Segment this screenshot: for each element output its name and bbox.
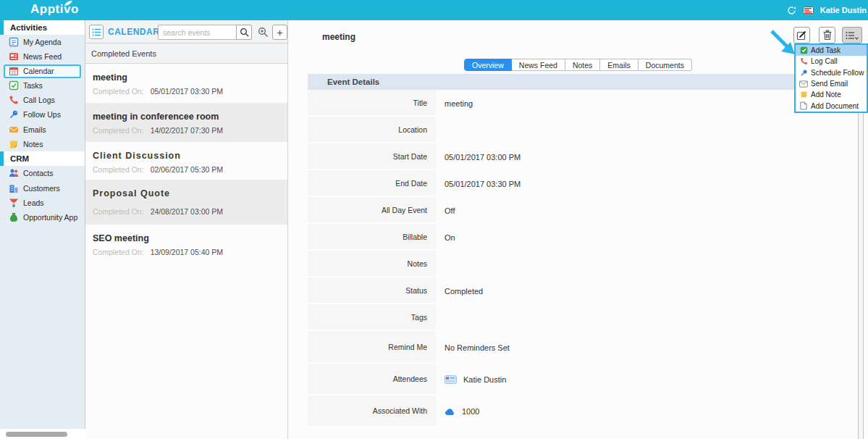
menu-item-add-task[interactable]: Add Task [796, 45, 867, 56]
customers-icon [9, 183, 19, 193]
sidebar-item-label: Tasks [23, 81, 43, 90]
more-actions-button[interactable] [842, 27, 862, 43]
scrollbar-thumb[interactable] [6, 432, 67, 437]
field-label: All Day Event [308, 197, 436, 224]
sidebar-item-emails[interactable]: Emails [0, 122, 85, 136]
horizontal-scrollbar[interactable] [0, 429, 85, 439]
panel-title: CALENDAR [108, 27, 159, 37]
menu-item-add-note[interactable]: Add Note [796, 89, 867, 100]
opportunity-icon [9, 212, 19, 222]
event-title: Proposal Quote [93, 188, 287, 198]
list-icon [92, 28, 101, 36]
completed-on-label: Completed On: [93, 87, 144, 96]
vertical-scrollbar[interactable] [858, 110, 864, 439]
sidebar-item-my-agenda[interactable]: My Agenda [0, 35, 85, 49]
menu-item-send-email[interactable]: Send Email [796, 78, 867, 89]
tab-news-feed[interactable]: News Feed [512, 59, 565, 71]
event-row[interactable]: meeting in conferencee room Completed On… [85, 103, 287, 142]
completed-on-value: 13/09/2017 05:40 PM [151, 248, 223, 256]
sidebar-item-label: Notes [23, 140, 43, 149]
search-input[interactable] [158, 25, 236, 40]
field-row-start-date: Start Date 05/01/2017 03:00 PM [308, 143, 867, 170]
event-row[interactable]: Client Discussion Completed On:02/06/201… [85, 142, 287, 180]
field-label: End Date [308, 170, 436, 197]
apptivo-app: Apptivo Katie Dustin Activities My Agend… [0, 0, 868, 439]
list-view-button[interactable] [89, 25, 104, 39]
pin-icon [799, 68, 808, 77]
field-value: No Reminders Set [436, 331, 867, 364]
tab-notes[interactable]: Notes [565, 59, 600, 71]
sidebar-section-activities[interactable]: Activities [0, 20, 85, 35]
note-icon [799, 91, 808, 99]
tab-documents[interactable]: Documents [639, 59, 692, 71]
field-row-remind-me: Remind Me No Reminders Set [308, 331, 867, 364]
sidebar-item-label: Customers [23, 184, 60, 193]
completed-on-value: 02/06/2017 05:30 PM [151, 165, 223, 174]
locale-flag-icon[interactable] [803, 7, 814, 14]
sidebar-item-notes[interactable]: Notes [0, 137, 85, 151]
event-title: Client Discussion [93, 151, 287, 161]
event-row[interactable]: SEO meeting Completed On:13/09/2017 05:4… [85, 225, 287, 264]
sidebar-item-tasks[interactable]: Tasks [0, 78, 85, 93]
menu-item-add-document[interactable]: Add Document [796, 100, 867, 111]
field-row-location: Location [308, 117, 867, 143]
calendar-icon [9, 66, 19, 76]
sidebar: Activities My Agenda News Feed Calendar … [0, 20, 85, 439]
create-event-button[interactable]: + [272, 25, 287, 40]
menu-item-schedule-follow-up[interactable]: Schedule Follow Up [796, 67, 867, 78]
field-label: Location [308, 117, 436, 143]
field-row-end-date: End Date 05/01/2017 03:30 PM [308, 170, 867, 197]
sidebar-item-call-logs[interactable]: Call Logs [0, 93, 85, 107]
associated-object[interactable]: 1000 [462, 407, 479, 416]
event-row[interactable]: Proposal Quote Completed On:24/08/2017 0… [85, 180, 287, 225]
cloud-icon [444, 407, 455, 416]
field-label: Notes [308, 251, 436, 277]
sidebar-item-label: News Feed [23, 52, 62, 61]
search-button[interactable] [236, 25, 252, 40]
attendee-avatar-icon [444, 375, 457, 384]
field-value: Katie Dustin [436, 364, 867, 396]
field-value [436, 304, 867, 331]
edit-button[interactable] [793, 27, 810, 43]
sidebar-item-follow-ups[interactable]: Follow Ups [0, 107, 85, 122]
completed-on-label: Completed On: [93, 207, 144, 216]
sidebar-item-calendar[interactable]: Calendar [4, 64, 81, 78]
completed-on-value: 24/08/2017 03:00 PM [151, 207, 223, 216]
actions-dropdown-menu: Add Task Log Call Schedule Follow Up Sen… [794, 43, 868, 113]
event-title: meeting in conferencee room [93, 112, 287, 122]
sidebar-item-label: Calendar [23, 67, 54, 75]
completed-on-value: 14/02/2017 07:30 PM [151, 126, 223, 135]
refresh-icon[interactable] [787, 6, 796, 15]
field-row-billable: Billable On [308, 224, 867, 251]
field-value: Off [436, 197, 867, 224]
field-row-all-day-event: All Day Event Off [308, 197, 867, 224]
field-row-title: Title meeting [308, 90, 867, 117]
leaf-icon [64, 0, 74, 7]
sidebar-item-customers[interactable]: Customers [0, 180, 85, 195]
field-row-tags: Tags [308, 304, 867, 331]
menu-item-label: Add Task [811, 46, 840, 54]
attendee-name[interactable]: Katie Dustin [463, 375, 506, 384]
event-row[interactable]: meeting Completed On:05/01/2017 03:30 PM [85, 64, 287, 103]
menu-item-log-call[interactable]: Log Call [796, 56, 867, 67]
user-menu[interactable]: Katie Dustin [820, 6, 867, 14]
sidebar-item-news-feed[interactable]: News Feed [0, 49, 85, 64]
completed-on-value: 05/01/2017 03:30 PM [151, 87, 223, 96]
delete-button[interactable] [819, 27, 835, 43]
field-row-associated-with: Associated With 1000 [308, 396, 867, 427]
zoom-in-button[interactable] [256, 25, 269, 38]
document-icon [799, 101, 808, 110]
menu-item-label: Log Call [811, 57, 838, 65]
field-label: Attendees [308, 364, 436, 396]
sidebar-section-crm[interactable]: CRM [0, 151, 85, 166]
sidebar-item-leads[interactable]: Leads [0, 196, 85, 210]
field-label: Associated With [308, 396, 436, 427]
sidebar-item-opportunity-app[interactable]: Opportunity App [0, 210, 85, 225]
tab-overview[interactable]: Overview [464, 59, 512, 71]
trash-icon [822, 30, 833, 41]
event-details-fields: Title meeting Location Start Date 05/01/… [308, 90, 867, 427]
task-icon [799, 46, 808, 55]
tab-emails[interactable]: Emails [600, 59, 639, 71]
sidebar-item-contacts[interactable]: Contacts [0, 166, 85, 180]
tasks-icon [9, 80, 19, 91]
